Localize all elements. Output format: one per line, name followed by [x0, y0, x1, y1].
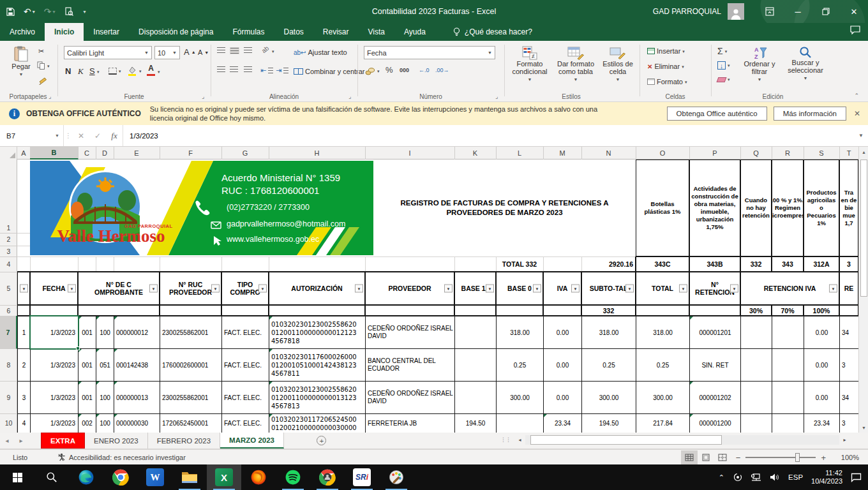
- column-header-R[interactable]: R: [772, 147, 804, 160]
- row-header-2[interactable]: 2: [0, 233, 17, 246]
- percent-style-icon[interactable]: %: [385, 65, 393, 75]
- undo-button[interactable]: ↶▾: [24, 6, 35, 17]
- cell-A8[interactable]: 2: [17, 348, 31, 382]
- column-header-N[interactable]: N: [581, 147, 636, 160]
- cell-K10[interactable]: 194.50: [454, 413, 497, 433]
- cell-O9[interactable]: 300.00: [636, 381, 690, 414]
- table-subheader-Q[interactable]: 30%: [740, 304, 772, 316]
- cell-S9[interactable]: 0.00: [804, 381, 840, 414]
- filter-icon-O[interactable]: ▼: [679, 285, 687, 293]
- cell-O8[interactable]: 0.25: [636, 348, 690, 382]
- cell-P8[interactable]: SIN. RET: [689, 348, 741, 382]
- align-left-icon[interactable]: [217, 66, 225, 72]
- column-header-T[interactable]: T: [839, 147, 859, 160]
- cell-F7[interactable]: 2300255862001: [160, 316, 222, 349]
- table-subheader-S[interactable]: 100%: [803, 304, 840, 316]
- table-subheader-M[interactable]: [542, 304, 582, 316]
- underline-dropdown-icon[interactable]: ▾: [97, 69, 100, 75]
- format-as-table-button[interactable]: Dar formato como tabla ▼: [553, 46, 599, 84]
- cell-M10[interactable]: 23.34: [543, 413, 582, 433]
- number-format-combo[interactable]: Fecha▼: [364, 46, 495, 59]
- cell-R9[interactable]: [772, 381, 804, 414]
- sheet-nav-right-icon[interactable]: ▸: [14, 433, 28, 449]
- cell-O10[interactable]: 217.84: [636, 413, 690, 433]
- row-header-4[interactable]: 4: [0, 256, 17, 272]
- scroll-up-icon[interactable]: ▲: [859, 147, 868, 157]
- fill-icon[interactable]: ↓▾: [717, 61, 730, 70]
- cell-I8[interactable]: BANCO CENTRAL DEL ECUADOR: [365, 348, 455, 382]
- action-center-icon[interactable]: [851, 473, 862, 482]
- start-button[interactable]: [0, 464, 34, 490]
- filter-icon-I[interactable]: ▼: [444, 285, 453, 293]
- column-header-G[interactable]: G: [221, 147, 269, 160]
- table-subheader-F[interactable]: [159, 304, 222, 316]
- numero-launcher-icon[interactable]: ⌟: [495, 93, 498, 100]
- get-genuine-office-button[interactable]: Obtenga Office auténtico: [667, 107, 767, 121]
- tab-vista[interactable]: Vista: [359, 23, 394, 41]
- table-subheader-O[interactable]: [635, 304, 690, 316]
- cell-F10[interactable]: 1720652450001: [160, 413, 222, 433]
- cell-D8[interactable]: 051: [96, 348, 114, 382]
- cell-B7[interactable]: 1/3/2023: [30, 316, 79, 349]
- find-select-button[interactable]: Buscar y seleccionar ▼: [782, 46, 828, 82]
- zoom-level[interactable]: 100%: [831, 454, 859, 461]
- cell-E9[interactable]: 000000013: [114, 381, 160, 414]
- cell-R7[interactable]: [772, 316, 804, 349]
- filter-icon-M[interactable]: ▼: [571, 285, 580, 293]
- cell-T7[interactable]: 34: [839, 316, 858, 349]
- font-size-combo[interactable]: 10▼: [154, 46, 180, 59]
- filter-icon-B[interactable]: ▼: [68, 285, 76, 293]
- cell-T10[interactable]: 3: [839, 413, 858, 433]
- tab-datos[interactable]: Datos: [274, 23, 313, 41]
- cell-P7[interactable]: 000001201: [689, 316, 741, 349]
- header-R1-retention[interactable]: 100 % y 1%.- Regimen microempresa: [771, 159, 804, 257]
- filter-icon-Q[interactable]: ▼: [829, 285, 837, 293]
- cell-G8[interactable]: FACT. ELEC.: [221, 348, 269, 382]
- find-select-dropdown[interactable]: ▼: [804, 75, 808, 82]
- table-subheader-H[interactable]: [268, 304, 366, 316]
- font-name-combo[interactable]: Calibri Light▼: [64, 46, 152, 59]
- cell-G9[interactable]: FACT. ELEC.: [221, 381, 269, 414]
- format-cells-button[interactable]: Formato▾: [647, 78, 687, 85]
- cell-N8[interactable]: 0.25: [581, 348, 636, 382]
- cell-P10[interactable]: 000001200: [689, 413, 741, 433]
- cell-I9[interactable]: CEDEÑO ORDOÑEZ ISRAEL DAVID: [365, 381, 455, 414]
- insert-cells-button[interactable]: Insertar▾: [647, 47, 685, 55]
- ribbon-display-options-icon[interactable]: [756, 0, 784, 23]
- sheet-tab-extra[interactable]: EXTRA: [41, 433, 85, 449]
- table-header-Q[interactable]: RETENCION IVA▼: [740, 271, 840, 306]
- column-header-Q[interactable]: Q: [740, 147, 772, 160]
- cell-H8[interactable]: 0103202301176000260000120010510001424381…: [269, 348, 366, 382]
- table-header-F[interactable]: N° RUC PROVEEDOR▼: [159, 271, 222, 306]
- cell-S10[interactable]: 23.34: [804, 413, 840, 433]
- italic-button[interactable]: K: [78, 66, 84, 77]
- column-header-L[interactable]: L: [496, 147, 544, 160]
- cell-N7[interactable]: 318.00: [581, 316, 636, 349]
- filter-icon-K[interactable]: ▼: [486, 285, 494, 293]
- paste-button[interactable]: Pegar ▼: [6, 46, 36, 78]
- column-header-H[interactable]: H: [269, 147, 366, 160]
- table-subheader-C[interactable]: [77, 304, 160, 316]
- portapapeles-launcher-icon[interactable]: ⌟: [49, 93, 51, 100]
- column-header-P[interactable]: P: [689, 147, 741, 160]
- paint-icon[interactable]: [379, 464, 414, 490]
- accounting-format-icon[interactable]: ▾: [365, 66, 380, 75]
- cell-K9[interactable]: [454, 381, 497, 414]
- tell-me-box[interactable]: ¿Qué desea hacer?: [453, 23, 532, 41]
- filter-icon-G[interactable]: ▼: [258, 285, 267, 293]
- cell-N10[interactable]: 194.50: [581, 413, 636, 433]
- close-button[interactable]: ✕: [840, 0, 868, 23]
- table-subheader-R[interactable]: 70%: [771, 304, 804, 316]
- cell-T9[interactable]: 34: [839, 381, 858, 414]
- chrome-icon[interactable]: [103, 464, 138, 490]
- word-icon[interactable]: W: [138, 464, 172, 490]
- cell-E10[interactable]: 000000030: [114, 413, 160, 433]
- tab-splitter[interactable]: ⋮⋮: [500, 436, 511, 443]
- comments-icon[interactable]: [850, 26, 860, 37]
- horizontal-scroll-thumb[interactable]: [530, 435, 722, 445]
- insert-function-icon[interactable]: fx: [106, 125, 123, 146]
- font-color-icon[interactable]: A: [147, 65, 155, 76]
- table-subheader-L[interactable]: [495, 304, 544, 316]
- table-header-P[interactable]: N° RETENCION▼: [689, 271, 741, 306]
- table-header-B[interactable]: FECHA▼: [29, 271, 79, 306]
